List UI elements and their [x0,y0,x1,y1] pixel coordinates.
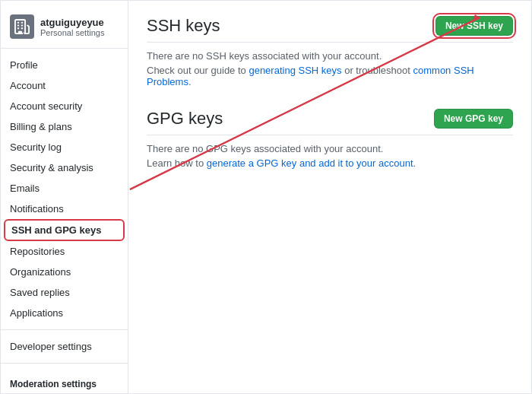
ssh-section-title: SSH keys [147,16,220,36]
ssh-header-row: SSH keys New SSH key [147,16,513,43]
gpg-learn-prefix: Learn how to [147,157,207,169]
sidebar-item-emails[interactable]: Emails [1,178,128,199]
sidebar-item-saved-replies[interactable]: Saved replies [1,282,128,303]
gpg-section: GPG keys New GPG key There are no GPG ke… [147,109,513,169]
moderation-section-header: Moderation settings [1,370,128,392]
sidebar-item-security-log[interactable]: Security log [1,137,128,157]
sidebar-item-applications[interactable]: Applications [1,303,128,323]
ssh-guide-link1[interactable]: generating SSH keys [249,65,341,76]
ssh-section: SSH keys New SSH key There are no SSH ke… [147,16,513,87]
page-wrapper: atguiguyeyue Personal settings Profile A… [0,0,532,394]
sidebar: atguiguyeyue Personal settings Profile A… [1,1,128,393]
ssh-guide-end: . [188,76,192,87]
new-ssh-key-button[interactable]: New SSH key [435,16,513,36]
sidebar-divider-1 [1,329,128,330]
gpg-learn-text: Learn how to generate a GPG key and add … [147,157,513,169]
avatar [10,14,34,39]
sidebar-item-account-security[interactable]: Account security [1,96,128,116]
main-content: SSH keys New SSH key There are no SSH ke… [128,1,531,393]
sidebar-item-security-analysis[interactable]: Security & analysis [1,157,128,178]
sidebar-item-billing[interactable]: Billing & plans [1,116,128,137]
ssh-guide-middle: or troubleshoot [342,65,413,76]
ssh-guide-prefix: Check out our guide to [147,65,249,76]
ssh-guide-text: Check out our guide to generating SSH ke… [147,65,513,87]
gpg-no-keys-text: There are no GPG keys associated with yo… [147,143,513,154]
sidebar-item-repositories[interactable]: Repositories [1,241,128,262]
sidebar-user: atguiguyeyue Personal settings [1,10,128,49]
sidebar-item-account[interactable]: Account [1,75,128,96]
gpg-header-row: GPG keys New GPG key [147,109,513,135]
gpg-learn-end: . [413,157,416,169]
new-gpg-key-button[interactable]: New GPG key [434,109,513,129]
sidebar-item-organizations[interactable]: Organizations [1,262,128,282]
sidebar-item-developer-settings[interactable]: Developer settings [1,336,128,357]
sidebar-username: atguiguyeyue [40,17,104,28]
sidebar-item-profile[interactable]: Profile [1,55,128,75]
gpg-learn-link[interactable]: generate a GPG key and add it to your ac… [207,157,413,169]
ssh-no-keys-text: There are no SSH keys associated with yo… [147,50,513,62]
sidebar-subtitle: Personal settings [40,28,104,37]
sidebar-user-info: atguiguyeyue Personal settings [40,17,104,37]
sidebar-item-ssh-gpg[interactable]: SSH and GPG keys [4,219,125,241]
sidebar-item-blocked-users[interactable]: Blocked users [1,392,128,393]
sidebar-item-notifications[interactable]: Notifications [1,199,128,219]
sidebar-divider-2 [1,363,128,364]
gpg-section-title: GPG keys [147,109,223,129]
